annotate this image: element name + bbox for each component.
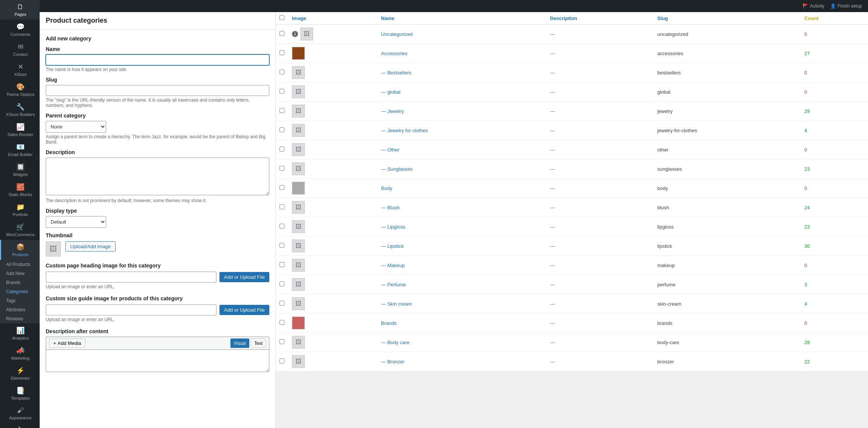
slug-input[interactable] [46,85,269,96]
sidebar-item-widgets[interactable]: 🔲 Widgets [0,160,40,180]
sidebar-item-pages[interactable]: 🗋 Pages [0,0,40,20]
sidebar-item-xstore-builders[interactable]: 🔧 XStore Builders [0,100,40,120]
size-guide-upload-button[interactable]: Add or Upload File [219,305,269,315]
row-checkbox[interactable] [280,204,284,209]
table-row: i 🖼 Uncategorized—uncategorized0 [276,25,868,44]
description-textarea[interactable] [46,158,269,195]
sidebar-item-woocommerce[interactable]: 🛒 WooCommerce [0,220,40,240]
category-name-link[interactable]: — Skin cream [381,301,412,307]
category-name-link[interactable]: — Sunglasses [381,166,413,172]
sidebar-item-appearance[interactable]: 🖌 Appearance [0,403,40,423]
row-checkbox[interactable] [280,224,284,229]
sidebar-sub-tags[interactable]: Tags [0,296,40,305]
display-type-label: Display type [46,208,269,214]
sidebar-item-analytics[interactable]: 📊 Analytics [0,323,40,343]
description-cell: — [550,243,555,249]
sidebar-sub-categories[interactable]: Categories [0,287,40,296]
sidebar-sub-attributes[interactable]: Attributes [0,305,40,314]
activity-button[interactable]: 🚩 Activity [803,3,824,9]
finish-setup-button[interactable]: 👤 Finish setup [830,3,862,9]
row-checkbox[interactable] [280,147,284,151]
sidebar-sub-all-products[interactable]: All Products [0,260,40,269]
description-after-textarea[interactable] [46,349,269,372]
sidebar-item-contact[interactable]: ✉ Contact [0,40,40,60]
sidebar-item-elementor[interactable]: ⚡ Elementor [0,363,40,383]
image-cell: 🖼 [292,162,374,175]
row-checkbox[interactable] [280,108,284,113]
category-name-link[interactable]: — Makeup [381,263,405,268]
custom-heading-upload-button[interactable]: Add or Upload File [219,272,269,282]
category-name-link[interactable]: — Lipstick [381,243,404,249]
row-checkbox[interactable] [280,127,284,132]
category-name-link[interactable]: — Jewelry for clothes [381,128,428,133]
row-checkbox[interactable] [280,70,284,74]
category-name-link[interactable]: Brands [381,320,397,326]
slug-cell: skin-cream [657,301,681,307]
category-name-link[interactable]: — Lipgloss [381,224,405,230]
sidebar-item-xstore[interactable]: ✕ XStore [0,60,40,80]
row-checkbox[interactable] [280,281,284,286]
display-type-select[interactable]: Default Products Subcategories Both [46,216,106,228]
sidebar-sub-reviews[interactable]: Reviews [0,314,40,323]
thumbnail-label: Thumbnail [46,232,269,238]
cat-image-placeholder: 🖼 [300,28,313,40]
upload-image-button[interactable]: Upload/Add image [65,241,116,252]
sidebar-item-static-blocks[interactable]: 🧱 Static Blocks [0,180,40,200]
count-cell: 0 [804,70,807,76]
row-checkbox[interactable] [280,50,284,55]
visual-tab[interactable]: Visual [230,338,249,348]
sidebar-item-templates[interactable]: 📑 Templates [0,383,40,403]
category-name-link[interactable]: — Other [381,147,400,153]
row-checkbox[interactable] [280,262,284,267]
parent-select[interactable]: None Accessories Bestsellers Body Brands [46,121,106,133]
category-name-link[interactable]: — Perfume [381,282,406,287]
row-checkbox[interactable] [280,185,284,190]
sidebar-item-sales-booster[interactable]: 📈 Sales Booster [0,120,40,140]
row-checkbox[interactable] [280,339,284,344]
select-all-checkbox[interactable] [280,15,284,20]
category-name-link[interactable]: — Jewelry [381,108,404,114]
category-name-link[interactable]: Body [381,185,392,191]
sidebar-item-plugins[interactable]: 🔌 Plugins [0,423,40,428]
count-cell: 0 [804,89,807,95]
category-name-link[interactable]: Uncategorized [381,31,413,37]
category-name-link[interactable]: — Bronzer [381,359,405,365]
sidebar-item-portfolio[interactable]: 📁 Portfolio [0,200,40,220]
description-after-group: Description after content + Add Media Vi… [46,328,269,373]
th-name[interactable]: Name [377,12,547,25]
category-name-link[interactable]: — Bestsellers [381,70,411,76]
products-icon: 📦 [16,243,25,251]
slug-cell: body [657,185,668,191]
text-tab[interactable]: Text [251,338,266,348]
th-slug[interactable]: Slug [653,12,800,25]
row-checkbox[interactable] [280,320,284,325]
row-checkbox[interactable] [280,31,284,36]
size-guide-upload-row: Add or Upload File [46,304,269,315]
category-name-link[interactable]: — global [381,89,400,95]
th-count[interactable]: Count [800,12,868,25]
sidebar-item-email-builder[interactable]: 📧 Email Builder [0,140,40,160]
category-name-link[interactable]: — Blush [381,205,400,210]
th-image[interactable]: Image [288,12,377,25]
row-checkbox[interactable] [280,243,284,248]
sidebar-item-comments[interactable]: 💬 Comments [0,20,40,40]
sidebar-item-products[interactable]: 📦 Products [0,240,40,260]
row-checkbox[interactable] [280,166,284,171]
add-media-button[interactable]: + Add Media [49,338,85,348]
category-name-link[interactable]: Accessories [381,51,408,56]
row-checkbox[interactable] [280,89,284,94]
custom-heading-input[interactable] [46,272,216,283]
topbar: 🚩 Activity 👤 Finish setup [40,0,868,12]
sidebar-item-theme-options[interactable]: 🎨 Theme Options [0,80,40,100]
size-guide-input[interactable] [46,304,216,315]
th-description[interactable]: Description [546,12,653,25]
category-name-link[interactable]: — Body care [381,340,409,345]
info-icon[interactable]: i [292,31,298,37]
row-checkbox[interactable] [280,301,284,306]
pages-icon: 🗋 [17,3,24,11]
row-checkbox[interactable] [280,358,284,363]
sidebar-item-marketing[interactable]: 📣 Marketing [0,343,40,363]
name-input[interactable] [46,54,269,65]
sidebar-sub-brands[interactable]: Brands [0,278,40,287]
sidebar-sub-add-new[interactable]: Add New [0,269,40,278]
